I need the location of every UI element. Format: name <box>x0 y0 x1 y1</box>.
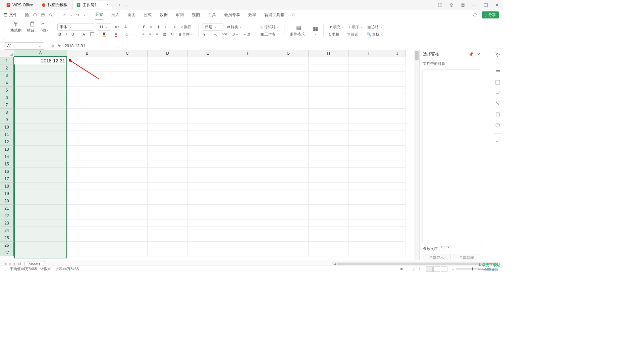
cell[interactable] <box>67 109 107 116</box>
cell[interactable] <box>228 205 268 212</box>
share-button[interactable]: ⤴ 分享 <box>482 11 499 18</box>
cell[interactable] <box>188 212 228 219</box>
cell[interactable] <box>148 212 188 219</box>
cell[interactable] <box>349 153 389 160</box>
cell[interactable] <box>107 227 148 234</box>
cell[interactable] <box>188 131 228 138</box>
cell[interactable] <box>228 57 268 64</box>
cell[interactable] <box>107 175 148 183</box>
cell[interactable] <box>309 234 349 242</box>
comma-icon[interactable]: 000 <box>221 32 228 37</box>
cell[interactable] <box>14 168 67 175</box>
cell[interactable] <box>228 116 268 123</box>
cell[interactable] <box>188 87 228 94</box>
cell[interactable] <box>268 131 309 138</box>
cell[interactable] <box>14 116 67 123</box>
cell[interactable] <box>268 138 309 146</box>
cell[interactable] <box>268 183 309 190</box>
cell[interactable] <box>107 101 148 109</box>
row-header-10[interactable]: 10 <box>0 123 14 131</box>
cell[interactable] <box>14 72 67 79</box>
cell[interactable] <box>107 234 148 242</box>
cell[interactable] <box>228 183 268 190</box>
cell[interactable] <box>389 227 406 234</box>
cell[interactable] <box>389 138 406 146</box>
cell[interactable] <box>188 190 228 197</box>
cell[interactable] <box>268 72 309 79</box>
cell[interactable] <box>228 249 268 256</box>
row-header-22[interactable]: 22 <box>0 212 14 219</box>
cell[interactable] <box>268 160 309 168</box>
fx-icon[interactable]: fx <box>58 44 61 49</box>
cell[interactable] <box>268 190 309 197</box>
currency-icon[interactable]: ¥⌄ <box>203 32 210 37</box>
column-header-I[interactable]: I <box>349 50 389 57</box>
vertical-scrollbar[interactable] <box>414 50 419 262</box>
cell[interactable] <box>228 101 268 109</box>
cell[interactable] <box>349 212 389 219</box>
cell[interactable] <box>107 116 148 123</box>
orientation-icon[interactable]: ↻ <box>170 32 175 37</box>
find-button[interactable]: 🔍 查找⌄ <box>366 31 384 38</box>
cell[interactable] <box>309 94 349 101</box>
cell[interactable] <box>14 212 67 219</box>
cell[interactable] <box>389 123 406 131</box>
cell[interactable] <box>14 219 67 227</box>
cell[interactable] <box>349 123 389 131</box>
cell[interactable] <box>107 183 148 190</box>
cell[interactable] <box>309 79 349 87</box>
column-header-E[interactable]: E <box>188 50 228 57</box>
cell[interactable] <box>107 242 148 249</box>
redo-dropdown[interactable]: ⌄ <box>84 13 86 16</box>
cell[interactable] <box>268 234 309 242</box>
cell[interactable] <box>268 79 309 87</box>
cell[interactable] <box>148 79 188 87</box>
cell[interactable] <box>67 175 107 183</box>
cell[interactable] <box>228 79 268 87</box>
cell[interactable] <box>67 79 107 87</box>
menu-tab-智能工具箱[interactable]: 智能工具箱 <box>264 11 284 19</box>
cell[interactable] <box>309 219 349 227</box>
menu-tab-审阅[interactable]: 审阅 <box>176 11 184 19</box>
row-header-9[interactable]: 9 <box>0 116 14 123</box>
cell[interactable] <box>67 242 107 249</box>
cell[interactable] <box>349 242 389 249</box>
cell[interactable] <box>228 197 268 205</box>
cell[interactable] <box>67 146 107 153</box>
workbook-tab[interactable]: S 工作簿1 • <box>72 1 112 9</box>
cell[interactable] <box>228 109 268 116</box>
cell[interactable] <box>148 160 188 168</box>
decrease-decimal-icon[interactable]: ←.0 <box>242 32 251 37</box>
cell[interactable] <box>107 160 148 168</box>
undo-dropdown[interactable]: ⌄ <box>70 13 73 16</box>
cell[interactable] <box>309 227 349 234</box>
cell[interactable] <box>148 87 188 94</box>
cell[interactable] <box>148 234 188 242</box>
cell[interactable] <box>349 175 389 183</box>
row-header-3[interactable]: 3 <box>0 72 14 79</box>
border-button[interactable]: ⌄ <box>89 31 99 37</box>
cell[interactable] <box>107 87 148 94</box>
row-header-25[interactable]: 25 <box>0 234 14 242</box>
row-header-26[interactable]: 26 <box>0 242 14 249</box>
cell[interactable] <box>107 79 148 87</box>
column-header-G[interactable]: G <box>268 50 309 57</box>
cloud-sync-icon[interactable] <box>472 12 478 18</box>
cell[interactable] <box>107 123 148 131</box>
cell[interactable] <box>309 116 349 123</box>
cell[interactable] <box>349 249 389 256</box>
print-icon[interactable] <box>41 13 45 17</box>
cell[interactable] <box>309 175 349 183</box>
cell[interactable] <box>148 249 188 256</box>
fill-button[interactable]: ▼ 填充⌄ <box>328 24 345 30</box>
tabs-dropdown-icon[interactable]: ⌄ <box>125 3 128 7</box>
file-menu[interactable]: ☰ 文件 <box>4 12 17 18</box>
cell[interactable] <box>14 190 67 197</box>
menu-tab-开始[interactable]: 开始 <box>95 10 103 19</box>
column-header-H[interactable]: H <box>309 50 349 57</box>
decrease-indent-icon[interactable]: ⇤ <box>164 24 169 30</box>
cell[interactable] <box>349 227 389 234</box>
sort-button[interactable]: ↕ 排序⌄ <box>348 24 364 30</box>
cell[interactable] <box>228 160 268 168</box>
cell[interactable] <box>107 219 148 227</box>
